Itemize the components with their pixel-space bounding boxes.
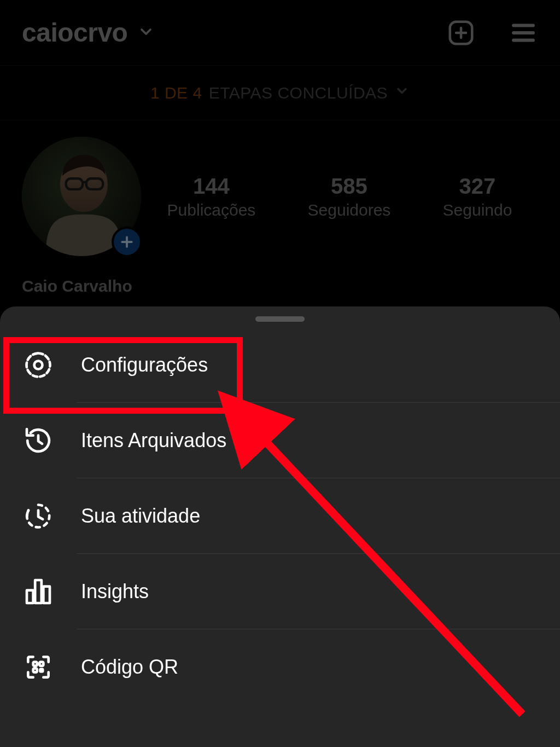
svg-rect-15 (35, 580, 42, 603)
svg-rect-17 (33, 662, 37, 665)
add-story-button[interactable] (112, 227, 142, 257)
svg-point-13 (34, 361, 43, 369)
stat-following-count: 327 (443, 174, 512, 199)
chevron-down-icon (137, 23, 155, 43)
menu-label: Sua atividade (81, 505, 538, 528)
svg-rect-16 (43, 586, 50, 603)
stat-following-label: Seguindo (443, 201, 512, 219)
profile-stats: 144 Publicações 585 Seguidores 327 Segui… (141, 174, 538, 219)
menu-label: Itens Arquivados (81, 429, 538, 452)
menu-item-archive[interactable]: Itens Arquivados (0, 403, 560, 478)
username-switcher[interactable]: caiocrvo (22, 18, 155, 48)
chevron-down-icon (394, 83, 410, 102)
username-label: caiocrvo (22, 18, 127, 48)
progress-status: ETAPAS CONCLUÍDAS (209, 84, 388, 102)
menu-label: Código QR (81, 656, 538, 679)
stat-following[interactable]: 327 Seguindo (443, 174, 512, 219)
onboarding-progress-banner[interactable]: 1 DE 4 ETAPAS CONCLUÍDAS (0, 66, 560, 120)
sheet-drag-handle[interactable] (255, 316, 305, 322)
progress-count: 1 DE 4 (150, 84, 202, 102)
svg-rect-14 (27, 590, 33, 603)
stat-posts-label: Publicações (167, 201, 256, 219)
options-bottom-sheet: Configurações Itens Arquivados (0, 306, 560, 747)
options-menu: Configurações Itens Arquivados (0, 327, 560, 704)
stat-posts[interactable]: 144 Publicações (167, 174, 256, 219)
stat-followers-count: 585 (308, 174, 391, 199)
stat-posts-count: 144 (167, 174, 256, 199)
stat-followers[interactable]: 585 Seguidores (308, 174, 391, 219)
menu-item-qr[interactable]: Código QR (0, 629, 560, 704)
menu-item-insights[interactable]: Insights (0, 554, 560, 629)
create-post-button[interactable] (446, 18, 476, 48)
archive-icon (22, 424, 55, 457)
stat-followers-label: Seguidores (308, 201, 391, 219)
header-actions (446, 18, 538, 48)
hamburger-menu-button[interactable] (509, 18, 538, 48)
qr-icon (22, 651, 55, 684)
insights-icon (22, 575, 55, 608)
menu-label: Insights (81, 580, 538, 603)
menu-item-settings[interactable]: Configurações (0, 327, 560, 402)
profile-section: 144 Publicações 585 Seguidores 327 Segui… (0, 120, 560, 306)
profile-display-name: Caio Carvalho (22, 277, 538, 296)
gear-icon (22, 349, 55, 381)
svg-rect-20 (40, 669, 43, 671)
menu-item-activity[interactable]: Sua atividade (0, 478, 560, 553)
activity-icon (22, 500, 55, 532)
profile-avatar[interactable] (22, 137, 141, 256)
svg-rect-19 (33, 668, 37, 672)
profile-header: caiocrvo (0, 0, 560, 66)
menu-label: Configurações (81, 354, 538, 377)
svg-rect-18 (39, 662, 43, 665)
